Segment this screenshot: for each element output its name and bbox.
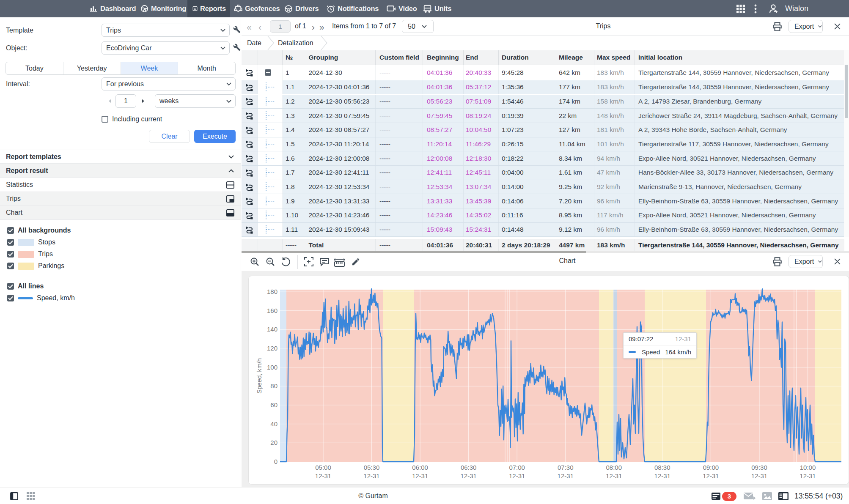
svg-text:09:00: 09:00	[703, 464, 719, 471]
svg-text:12-31: 12-31	[558, 472, 574, 479]
svg-text:60: 60	[270, 401, 278, 408]
svg-text:10:00: 10:00	[800, 464, 816, 471]
svg-text:12-31: 12-31	[800, 472, 816, 479]
svg-text:06:00: 06:00	[412, 464, 428, 471]
svg-text:12-31: 12-31	[315, 472, 331, 479]
svg-text:12-31: 12-31	[654, 472, 670, 479]
svg-text:07:00: 07:00	[509, 464, 525, 471]
svg-text:140: 140	[267, 326, 278, 333]
svg-text:12-31: 12-31	[606, 472, 622, 479]
svg-text:160: 160	[267, 307, 278, 314]
svg-text:05:30: 05:30	[364, 464, 380, 471]
svg-text:12-31: 12-31	[703, 472, 719, 479]
svg-text:08:30: 08:30	[654, 464, 670, 471]
svg-text:12-31: 12-31	[751, 472, 767, 479]
svg-text:100: 100	[267, 364, 278, 371]
svg-text:40: 40	[270, 420, 278, 427]
svg-text:12-31: 12-31	[412, 472, 428, 479]
svg-text:06:30: 06:30	[461, 464, 477, 471]
svg-text:12-31: 12-31	[509, 472, 525, 479]
svg-text:05:00: 05:00	[315, 464, 331, 471]
svg-text:Speed, km/h: Speed, km/h	[256, 358, 263, 394]
svg-text:120: 120	[267, 345, 278, 352]
svg-text:09:30: 09:30	[751, 464, 767, 471]
svg-text:180: 180	[267, 288, 278, 295]
svg-text:07:30: 07:30	[558, 464, 574, 471]
svg-text:20: 20	[270, 439, 278, 446]
svg-text:80: 80	[270, 382, 278, 389]
svg-text:0: 0	[274, 458, 278, 465]
svg-text:12-31: 12-31	[461, 472, 477, 479]
svg-text:12-31: 12-31	[363, 472, 379, 479]
svg-text:08:00: 08:00	[606, 464, 622, 471]
